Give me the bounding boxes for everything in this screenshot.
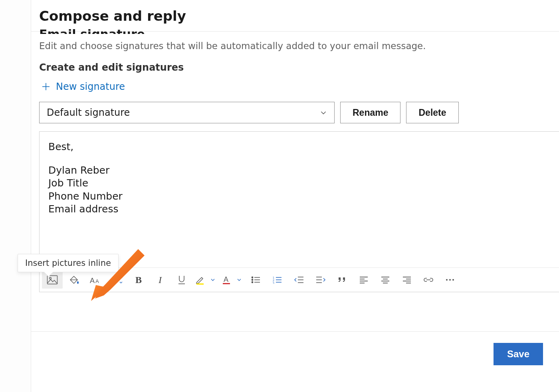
font-color-button[interactable]: A [219,271,245,289]
format-painter-button[interactable] [63,271,84,289]
save-button[interactable]: Save [494,343,543,365]
bullet-list-icon [251,276,261,284]
svg-point-3 [50,277,52,279]
increase-indent-button[interactable] [310,271,331,289]
signature-select-value: Default signature [47,107,130,118]
insert-link-button[interactable] [418,271,439,289]
bold-icon: B [135,275,142,285]
font-size-icon: A [111,275,123,285]
font-color-icon: A [222,275,231,285]
section-heading-partial: Email signature [39,28,551,34]
indent-icon [315,276,326,284]
align-left-icon [359,276,369,284]
svg-text:A: A [112,277,117,285]
footer: Save [31,331,559,392]
numbered-list-button[interactable]: 1 2 3 [267,271,288,289]
svg-text:3: 3 [273,282,274,284]
tooltip-insert-pictures: Insert pictures inline [18,254,119,272]
svg-point-14 [252,279,253,281]
numbered-list-icon: 1 2 3 [273,276,282,284]
font-size-button[interactable]: A [107,271,127,289]
svg-point-16 [252,282,253,283]
svg-text:1: 1 [273,276,274,279]
align-right-icon [402,276,412,284]
svg-point-44 [449,279,451,281]
editor-line: Email address [48,203,550,216]
svg-text:A: A [90,277,95,285]
editor-line: Job Title [48,177,550,190]
svg-rect-11 [223,283,230,284]
chevron-down-icon [210,277,215,282]
outdent-icon [294,276,304,284]
bold-button[interactable]: B [128,271,149,289]
section-description: Edit and choose signatures that will be … [39,40,551,52]
link-icon [423,276,434,283]
editor-line: Dylan Reber [48,164,550,177]
underline-button[interactable] [171,271,192,289]
delete-button[interactable]: Delete [406,102,458,123]
signature-select[interactable]: Default signature [39,102,335,123]
italic-icon: I [159,275,162,285]
decrease-indent-button[interactable] [289,271,309,289]
left-rail [0,0,31,392]
signature-editor-content[interactable]: Best, Dylan Reber Job Title Phone Number… [40,132,559,267]
italic-button[interactable]: I [150,271,170,289]
align-right-button[interactable] [396,271,417,289]
rename-button[interactable]: Rename [340,102,400,123]
more-options-button[interactable] [440,271,460,289]
highlight-color-button[interactable] [193,271,218,289]
content: Email signature Edit and choose signatur… [31,28,559,292]
create-edit-heading: Create and edit signatures [39,62,551,73]
new-signature-button[interactable]: New signature [42,81,125,92]
highlighter-icon [195,275,206,285]
svg-text:2: 2 [273,279,274,282]
more-icon [445,278,455,282]
plus-icon [42,82,50,91]
quote-icon [337,276,347,284]
underline-icon [177,275,186,285]
editor-line: Best, [48,141,550,154]
align-center-button[interactable] [375,271,396,289]
svg-text:A: A [224,275,228,283]
editor-line: Phone Number [48,190,550,203]
quote-button[interactable] [332,271,353,289]
svg-rect-9 [196,283,204,285]
chevron-down-icon [237,277,242,282]
paint-bucket-icon [69,275,79,285]
new-signature-label: New signature [56,81,125,92]
svg-point-43 [446,279,448,281]
chevron-down-icon [320,109,327,116]
bulleted-list-button[interactable] [246,271,266,289]
page-title: Compose and reply [39,8,551,24]
svg-rect-2 [48,276,57,284]
font-icon: A A [89,275,101,285]
svg-text:A: A [95,278,99,284]
font-button[interactable]: A A [85,271,106,289]
svg-point-45 [452,279,454,281]
title-bar: Compose and reply [31,0,559,31]
align-center-icon [381,276,390,284]
svg-point-12 [252,277,253,278]
signature-row: Default signature Rename Delete [39,102,551,123]
align-left-button[interactable] [353,271,374,289]
tooltip-text: Insert pictures inline [25,258,111,268]
